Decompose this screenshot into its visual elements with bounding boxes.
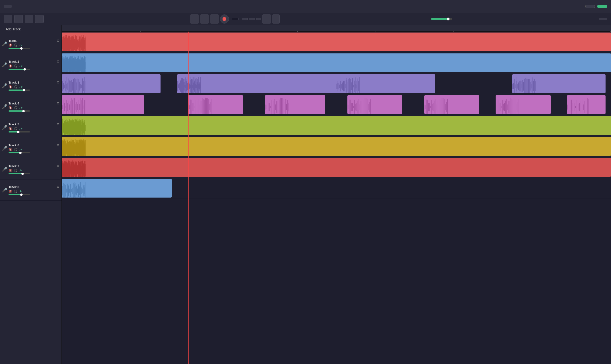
track-fx-6[interactable]: Fx [19, 148, 22, 151]
track-info-8: Track 8 ⚙ 🔇 🎧 Fx [9, 185, 60, 195]
track-headphones-5[interactable]: 🎧 [14, 127, 18, 130]
loop-button[interactable] [25, 15, 33, 23]
master-volume-slider[interactable] [431, 18, 452, 20]
track-lane-8[interactable] [62, 178, 611, 199]
track-headphones-7[interactable]: 🎧 [14, 169, 18, 172]
track-volume-slider-8[interactable] [9, 194, 30, 195]
track-mic-2[interactable]: 🎤 [2, 62, 7, 67]
track-lane-2[interactable] [62, 52, 611, 73]
track-name-row-1: Track ⚙ [9, 39, 60, 42]
waveform-svg [495, 95, 550, 114]
publish-button[interactable] [597, 5, 607, 8]
forward-button[interactable] [210, 14, 219, 24]
track-gear-3[interactable]: ⚙ [56, 80, 60, 84]
undo-button[interactable] [4, 15, 12, 23]
clip-track-4[interactable] [347, 95, 402, 114]
clip-track-4[interactable] [495, 95, 550, 114]
exit-button[interactable] [4, 5, 12, 8]
track-volume-slider-5[interactable] [9, 131, 30, 132]
track-fx-4[interactable]: Fx [19, 106, 22, 109]
track-mute-6[interactable]: 🔇 [9, 148, 12, 151]
track-slider-row-7 [9, 173, 60, 174]
clip-track-3[interactable] [512, 74, 606, 93]
track-mic-1[interactable]: 🎤 [2, 41, 7, 47]
pause-button[interactable] [200, 14, 209, 24]
track-mute-2[interactable]: 🔇 [9, 64, 12, 68]
clip-track-4[interactable] [265, 95, 325, 114]
track-gear-6[interactable]: ⚙ [56, 143, 60, 147]
track-gear-5[interactable]: ⚙ [56, 122, 60, 126]
track-lane-7[interactable] [62, 157, 611, 178]
scissors-button[interactable] [35, 15, 44, 23]
track-fx-8[interactable]: Fx [19, 190, 22, 193]
track-mute-7[interactable]: 🔇 [9, 169, 12, 172]
playhead[interactable] [188, 32, 189, 364]
track-volume-slider-1[interactable] [9, 48, 30, 49]
track-mic-3[interactable]: 🎤 [2, 83, 7, 88]
clip-track-4[interactable] [567, 95, 606, 114]
track-fx-1[interactable]: Fx [19, 44, 22, 47]
track-lane-1[interactable] [62, 32, 611, 52]
track-gear-4[interactable]: ⚙ [56, 101, 60, 105]
clip-track-4[interactable] [424, 95, 479, 114]
track-gear-7[interactable]: ⚙ [56, 164, 60, 168]
record-button[interactable] [220, 14, 229, 24]
clip-track-3[interactable] [337, 74, 435, 93]
track-mic-7[interactable]: 🎤 [2, 167, 7, 172]
track-headphones-1[interactable]: 🎧 [14, 43, 18, 47]
track-headphones-8[interactable]: 🎧 [14, 190, 18, 193]
track-name-row-8: Track 8 ⚙ [9, 185, 60, 189]
track-fx-5[interactable]: Fx [19, 127, 22, 130]
metronome-button[interactable] [262, 14, 271, 24]
track-mute-8[interactable]: 🔇 [9, 190, 12, 193]
download-button[interactable] [599, 18, 607, 20]
clip-track-8[interactable] [62, 179, 172, 197]
track-fx-2[interactable]: Fx [19, 65, 22, 67]
add-track-button[interactable]: Add Track [0, 25, 62, 33]
save-button[interactable] [585, 5, 595, 8]
track-mute-4[interactable]: 🔇 [9, 106, 12, 109]
track-volume-slider-3[interactable] [9, 90, 30, 91]
track-mic-5[interactable]: 🎤 [2, 125, 7, 130]
track-headphones-4[interactable]: 🎧 [14, 106, 18, 109]
track-mute-3[interactable]: 🔇 [9, 85, 12, 89]
clip-track-3[interactable] [62, 74, 160, 93]
track-lane-4[interactable] [62, 94, 611, 115]
track-lane-5[interactable] [62, 115, 611, 136]
track-lane-6[interactable] [62, 136, 611, 157]
track-fx-7[interactable]: Fx [19, 169, 22, 172]
track-headphones-3[interactable]: 🎧 [14, 85, 18, 89]
clip-track-2[interactable] [62, 53, 611, 72]
track-mic-8[interactable]: 🎤 [2, 188, 7, 193]
track-mic-4[interactable]: 🎤 [2, 104, 7, 109]
timeline-content[interactable] [62, 32, 611, 364]
track-fx-3[interactable]: Fx [19, 85, 22, 88]
track-volume-slider-2[interactable] [9, 69, 30, 70]
track-volume-slider-6[interactable] [9, 152, 30, 153]
clip-track-7[interactable] [62, 158, 611, 177]
clip-track-4[interactable] [62, 95, 144, 114]
clip-track-1[interactable] [62, 33, 611, 51]
track-name-4: Track 4 [9, 102, 19, 105]
clip-track-5[interactable] [62, 116, 611, 135]
track-headphones-6[interactable]: 🎧 [14, 148, 18, 151]
transport-chevron-button[interactable] [272, 14, 280, 24]
track-volume-slider-4[interactable] [9, 110, 30, 112]
track-gear-2[interactable]: ⚙ [56, 60, 60, 63]
rewind-button[interactable] [190, 14, 199, 24]
key-button[interactable] [242, 18, 248, 20]
track-lane-3[interactable] [62, 73, 611, 94]
track-volume-slider-7[interactable] [9, 173, 30, 174]
clip-track-6[interactable] [62, 137, 611, 156]
track-mute-1[interactable]: 🔇 [9, 43, 12, 47]
redo-button[interactable] [14, 15, 23, 23]
track-gear-1[interactable]: ⚙ [56, 39, 60, 42]
track-mute-5[interactable]: 🔇 [9, 127, 12, 130]
track-icons-row-7: 🔇 🎧 Fx [9, 169, 60, 172]
track-headphones-2[interactable]: 🎧 [14, 64, 18, 68]
track-mic-6[interactable]: 🎤 [2, 146, 7, 151]
clip-track-4[interactable] [188, 95, 243, 114]
grid-line-8-4 [376, 178, 376, 198]
track-panel-items: 🎤 Track ⚙ 🔇 🎧 Fx 🎤 Track 2 ⚙ [0, 33, 62, 201]
track-gear-8[interactable]: ⚙ [56, 185, 60, 189]
